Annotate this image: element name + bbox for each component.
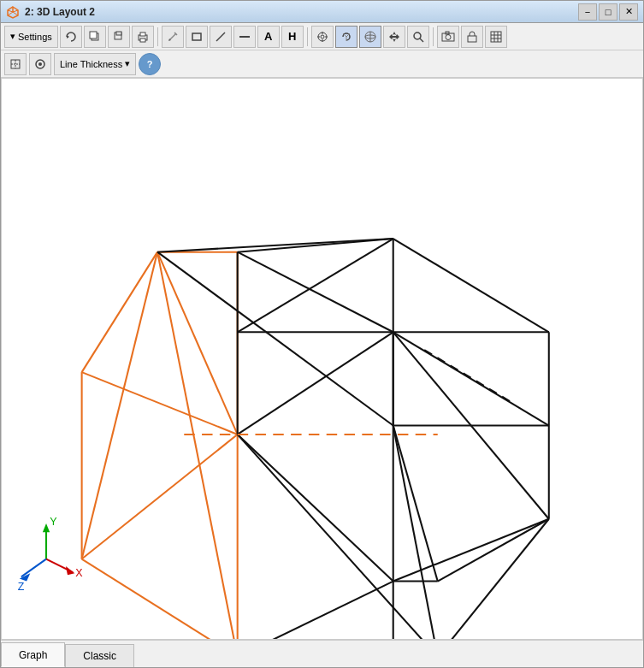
svg-line-51 (82, 559, 238, 639)
svg-rect-39 (491, 32, 501, 42)
svg-line-67 (238, 252, 393, 333)
svg-text:Y: Y (50, 516, 57, 528)
settings-button[interactable]: ▾ Settings (4, 26, 58, 48)
axes-indicator: Y X Z (18, 516, 84, 593)
3d-view-button[interactable] (359, 26, 381, 48)
svg-line-4 (13, 12, 18, 15)
svg-marker-6 (67, 35, 69, 38)
svg-line-70 (157, 252, 393, 426)
svg-marker-99 (43, 523, 50, 532)
svg-line-34 (420, 38, 423, 42)
svg-point-33 (414, 33, 421, 39)
grid-button[interactable] (485, 26, 507, 48)
coord-button[interactable] (4, 53, 27, 75)
toolbar-secondary: Line Thickness ▾ ? (1, 50, 643, 78)
svg-line-3 (8, 10, 13, 12)
print-button[interactable] (132, 26, 154, 48)
text-a-button[interactable]: A (257, 26, 280, 48)
settings-label: Settings (18, 32, 52, 42)
line-thickness-label: Line Thickness (60, 59, 122, 69)
title-bar: 2: 3D Layout 2 − □ ✕ (1, 1, 643, 23)
svg-rect-10 (116, 32, 121, 35)
svg-line-56 (157, 252, 238, 639)
settings-dropdown-icon: ▾ (10, 31, 15, 42)
svg-line-79 (238, 434, 393, 582)
svg-point-21 (321, 35, 324, 38)
tab-classic[interactable]: Classic (65, 644, 134, 667)
svg-line-76 (393, 426, 438, 639)
horizontal-line-button[interactable] (233, 26, 256, 48)
refresh-button[interactable] (60, 26, 82, 48)
svg-line-60 (157, 239, 393, 252)
camera-button[interactable] (437, 26, 459, 48)
svg-rect-17 (192, 33, 201, 40)
svg-line-81 (238, 582, 393, 639)
toolbar-main: ▾ Settings A H (1, 23, 643, 50)
svg-line-64 (438, 519, 549, 582)
svg-rect-13 (140, 38, 145, 42)
black-geometry (157, 239, 549, 639)
svg-marker-102 (66, 566, 74, 575)
window-title: 2: 3D Layout 2 (25, 6, 578, 18)
svg-line-14 (169, 33, 176, 40)
tab-graph-label: Graph (19, 649, 47, 661)
svg-line-66 (438, 519, 549, 639)
svg-marker-32 (389, 32, 399, 42)
tab-graph[interactable]: Graph (1, 642, 65, 667)
svg-rect-12 (140, 33, 145, 36)
target-button[interactable] (311, 26, 334, 48)
svg-line-5 (8, 12, 13, 15)
pencil-button[interactable] (162, 26, 184, 48)
svg-text:Z: Z (18, 581, 25, 593)
svg-point-36 (446, 34, 451, 39)
svg-line-50 (82, 252, 157, 372)
window-controls: − □ ✕ (578, 3, 638, 21)
svg-line-61 (393, 239, 549, 332)
svg-rect-38 (468, 36, 476, 42)
paste-button[interactable] (108, 26, 130, 48)
orange-geometry (82, 252, 238, 639)
status-bar: Graph Classic (1, 640, 643, 667)
svg-line-59 (82, 252, 157, 559)
svg-line-2 (13, 10, 18, 12)
circle-button[interactable] (29, 53, 51, 75)
close-button[interactable]: ✕ (619, 3, 638, 21)
text-h-button[interactable]: H (281, 26, 304, 48)
zoom-button[interactable] (407, 26, 429, 48)
tab-classic-label: Classic (83, 650, 116, 662)
main-window: 2: 3D Layout 2 − □ ✕ ▾ Settings (0, 0, 644, 668)
svg-line-69 (238, 239, 393, 332)
diagonal-line-button[interactable] (210, 26, 232, 48)
svg-point-48 (38, 62, 42, 66)
rectangle-button[interactable] (186, 26, 208, 48)
svg-line-75 (393, 426, 438, 582)
line-thickness-dropdown[interactable]: Line Thickness ▾ (54, 53, 136, 75)
help-button[interactable]: ? (139, 53, 161, 75)
svg-line-73 (393, 332, 549, 425)
move-button[interactable] (383, 26, 405, 48)
svg-line-104 (21, 559, 46, 577)
lock-button[interactable] (461, 26, 483, 48)
copy-button[interactable] (84, 26, 106, 48)
svg-line-18 (216, 33, 225, 41)
canvas-area: 20 mm Y X Z (1, 78, 643, 640)
svg-rect-8 (90, 32, 97, 38)
svg-text:X: X (75, 567, 83, 579)
minimize-button[interactable]: − (578, 3, 597, 21)
line-thickness-arrow: ▾ (125, 58, 130, 69)
window-icon (6, 5, 20, 19)
rotate-view-button[interactable] (335, 26, 357, 48)
maximize-button[interactable]: □ (599, 3, 617, 21)
svg-line-78 (238, 332, 393, 434)
